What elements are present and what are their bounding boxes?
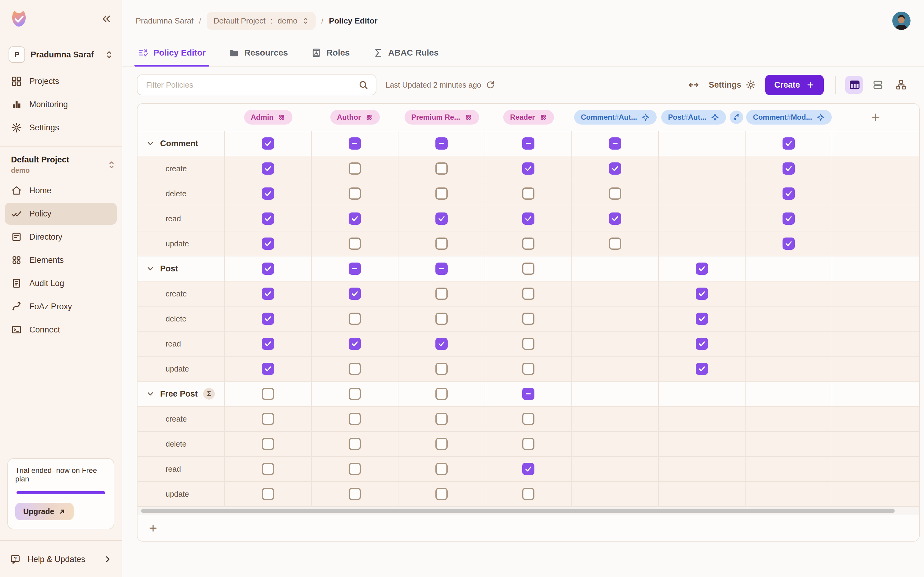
filter-policies-input[interactable] [145,80,358,90]
role-pill[interactable]: Reader [503,110,554,124]
permission-checkbox-comment-delete-col4[interactable] [609,187,621,200]
permission-checkbox-post-read-col2[interactable] [435,338,447,350]
permission-checkbox-comment-create-col3[interactable] [522,163,535,175]
chevron-down-icon[interactable] [146,139,155,148]
permission-checkbox-free-post-col1[interactable] [349,388,361,400]
permission-checkbox-comment-col2[interactable] [435,137,447,150]
permission-checkbox-post-create-col0[interactable] [262,288,274,300]
permission-checkbox-free-post-update-col1[interactable] [349,488,361,500]
permission-checkbox-comment-update-col6[interactable] [782,237,795,250]
permission-checkbox-post-create-col3[interactable] [522,288,535,300]
breadcrumb-project-pill[interactable]: Default Project : demo [207,12,316,30]
permission-checkbox-comment-col0[interactable] [262,137,274,150]
permission-checkbox-free-post-update-col0[interactable] [262,488,274,500]
permission-checkbox-comment-read-col0[interactable] [262,213,274,225]
permission-checkbox-post-delete-col2[interactable] [435,313,447,325]
permission-checkbox-free-post-update-col3[interactable] [522,488,535,500]
sidebar-item-directory[interactable]: Directory [5,226,117,248]
sidebar-item-home[interactable]: Home [5,179,117,201]
resource-role-pill[interactable]: Comment#Mod... [746,110,832,124]
permission-checkbox-post-delete-col1[interactable] [349,313,361,325]
permission-checkbox-post-read-col0[interactable] [262,338,274,350]
permission-checkbox-post-col2[interactable] [435,263,447,275]
chevron-down-icon[interactable] [146,264,155,273]
tab-roles[interactable]: Roles [310,40,351,66]
permission-checkbox-free-post-create-col1[interactable] [349,413,361,425]
permission-checkbox-comment-create-col2[interactable] [435,163,447,175]
sidebar-item-elements[interactable]: Elements [5,249,117,271]
permission-checkbox-post-read-col1[interactable] [349,338,361,350]
policy-settings-button[interactable]: Settings [709,80,756,90]
permission-checkbox-comment-delete-col3[interactable] [522,187,535,200]
upgrade-button[interactable]: Upgrade [15,503,74,520]
help-updates-button[interactable]: ? Help & Updates [0,545,122,577]
permission-checkbox-comment-update-col1[interactable] [349,237,361,250]
horizontal-scrollbar[interactable] [141,509,895,513]
permission-checkbox-comment-update-col2[interactable] [435,237,447,250]
tab-resources[interactable]: Resources [228,40,289,66]
permission-checkbox-post-update-col2[interactable] [435,363,447,375]
create-button[interactable]: Create [765,75,824,95]
resource-role-pill[interactable]: Post#Aut... [661,110,726,124]
permission-checkbox-comment-delete-col2[interactable] [435,187,447,200]
permission-checkbox-post-col0[interactable] [262,263,274,275]
permission-checkbox-free-post-create-col0[interactable] [262,413,274,425]
permission-checkbox-comment-update-col4[interactable] [609,237,621,250]
permission-checkbox-comment-read-col1[interactable] [349,213,361,225]
add-resource-icon[interactable] [148,523,158,533]
role-pill[interactable]: Author [330,110,380,124]
permission-checkbox-comment-col6[interactable] [782,137,795,150]
permission-checkbox-comment-col3[interactable] [522,137,535,150]
permission-checkbox-comment-read-col6[interactable] [782,213,795,225]
permission-checkbox-free-post-delete-col1[interactable] [349,438,361,450]
role-pill[interactable]: Admin [244,110,293,124]
sidebar-item-projects[interactable]: Projects [5,70,117,92]
permission-checkbox-comment-col1[interactable] [349,137,361,150]
chevron-down-icon[interactable] [146,390,155,398]
permission-checkbox-post-col3[interactable] [522,263,535,275]
add-role-column-icon[interactable] [870,112,881,123]
permission-checkbox-post-col1[interactable] [349,263,361,275]
permission-checkbox-post-update-col3[interactable] [522,363,535,375]
permission-checkbox-comment-delete-col1[interactable] [349,187,361,200]
permission-checkbox-free-post-delete-col3[interactable] [522,438,535,450]
permission-checkbox-post-col5[interactable] [696,263,708,275]
permission-checkbox-comment-delete-col6[interactable] [782,187,795,200]
permission-checkbox-comment-delete-col0[interactable] [262,187,274,200]
refresh-icon[interactable] [486,81,495,89]
sidebar-item-connect[interactable]: Connect [5,319,117,341]
permission-checkbox-free-post-update-col2[interactable] [435,488,447,500]
sidebar-item-monitoring[interactable]: Monitoring [5,93,117,115]
permission-checkbox-comment-col4[interactable] [609,137,621,150]
permission-checkbox-free-post-col2[interactable] [435,388,447,400]
permission-checkbox-comment-read-col3[interactable] [522,213,535,225]
sidebar-item-audit-log[interactable]: Audit Log [5,272,117,294]
permission-checkbox-comment-create-col0[interactable] [262,163,274,175]
table-view-button[interactable] [845,76,863,94]
permission-checkbox-post-delete-col3[interactable] [522,313,535,325]
permission-checkbox-comment-create-col1[interactable] [349,163,361,175]
tab-policy-editor[interactable]: Policy Editor [137,40,207,66]
permission-checkbox-free-post-read-col0[interactable] [262,463,274,475]
permission-checkbox-free-post-read-col1[interactable] [349,463,361,475]
permission-checkbox-free-post-create-col3[interactable] [522,413,535,425]
permission-checkbox-post-create-col1[interactable] [349,288,361,300]
permission-checkbox-free-post-read-col3[interactable] [522,463,535,475]
permission-checkbox-free-post-create-col2[interactable] [435,413,447,425]
workspace-selector[interactable]: P Pradumna Saraf [0,33,122,68]
breadcrumb-workspace[interactable]: Pradumna Saraf [136,16,194,26]
permission-checkbox-free-post-delete-col0[interactable] [262,438,274,450]
permission-checkbox-free-post-col0[interactable] [262,388,274,400]
graph-view-button[interactable] [892,76,909,94]
resource-role-pill[interactable]: Comment#Aut... [574,110,657,124]
permission-checkbox-free-post-delete-col2[interactable] [435,438,447,450]
permission-checkbox-post-update-col5[interactable] [696,363,708,375]
permission-checkbox-comment-update-col3[interactable] [522,237,535,250]
permission-checkbox-post-delete-col5[interactable] [696,313,708,325]
expand-columns-icon[interactable] [688,79,699,91]
project-selector[interactable]: Default Project demo [0,150,122,177]
abac-sigma-badge[interactable]: Σ [203,388,215,400]
permission-checkbox-free-post-read-col2[interactable] [435,463,447,475]
user-avatar[interactable] [892,11,911,30]
sidebar-item-foaz-proxy[interactable]: FoAz Proxy [5,295,117,318]
